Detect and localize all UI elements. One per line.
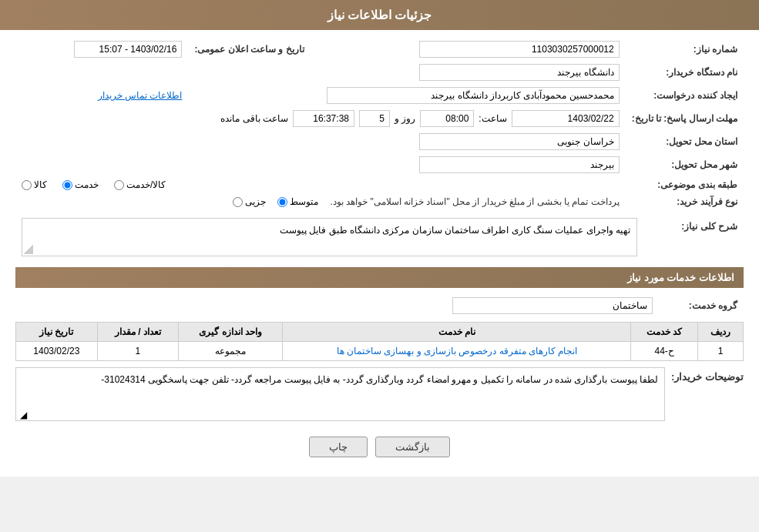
creator-value: محمدحسین محمودآبادی کاربرداز دانشگاه بیر… <box>188 84 625 107</box>
process-jozi-radio[interactable] <box>233 197 243 207</box>
category-kala-label: کالا <box>34 179 47 190</box>
creator-input: محمدحسین محمودآبادی کاربرداز دانشگاه بیر… <box>327 87 620 104</box>
process-motavaset-label: متوسط <box>290 196 318 207</box>
services-table-header: ردیف کد خدمت نام خدمت واحد اندازه گیری ت… <box>16 323 744 342</box>
category-kala-khedmat-radio[interactable] <box>114 180 124 190</box>
process-jozi-label: جزیی <box>245 196 266 207</box>
process-type-label: نوع فرآیند خرید: <box>626 193 744 210</box>
response-remaining-input: 16:37:38 <box>293 110 354 127</box>
process-motavaset-radio[interactable] <box>277 197 287 207</box>
resize-handle-icon: ◢ <box>18 410 27 419</box>
contact-link[interactable]: اطلاعات تماس خریدار <box>98 90 183 101</box>
province-label: استان محل تحویل: <box>626 130 744 153</box>
buyer-org-label: نام دستگاه خریدار: <box>626 61 744 84</box>
description-table: شرح کلی نیاز: تهیه واجرای عملیات سنگ کار… <box>15 215 744 259</box>
col-unit: واحد اندازه گیری <box>179 323 283 342</box>
row-request-number: شماره نیاز: 1103030257000012 تاریخ و ساع… <box>15 38 744 61</box>
process-note: پرداخت تمام یا بخشی از مبلغ خریدار از مح… <box>330 196 619 207</box>
page-title: جزئیات اطلاعات نیاز <box>327 8 432 22</box>
row-service-group: گروه خدمت: ساختمان <box>15 294 744 317</box>
response-deadline-label: مهلت ارسال پاسخ: تا تاریخ: <box>626 107 744 130</box>
cell-row-num: 1 <box>698 342 744 361</box>
cell-quantity: 1 <box>97 342 179 361</box>
content-area: شماره نیاز: 1103030257000012 تاریخ و ساع… <box>0 30 759 477</box>
province-value: خراسان جنوبی <box>15 130 626 153</box>
general-description-text: تهیه واجرای عملیات سنگ کاری اطراف ساختما… <box>280 225 630 236</box>
response-days-label: روز و <box>395 113 415 124</box>
services-section-title: اطلاعات خدمات مورد نیاز <box>15 267 744 288</box>
print-button[interactable]: چاپ <box>309 437 368 457</box>
row-buyer-org: نام دستگاه خریدار: دانشگاه بیرجند <box>15 61 744 84</box>
info-table: شماره نیاز: 1103030257000012 تاریخ و ساع… <box>15 38 744 210</box>
services-header-row: ردیف کد خدمت نام خدمت واحد اندازه گیری ت… <box>16 323 744 342</box>
category-khedmat-label: خدمت <box>75 179 99 190</box>
col-date: تاریخ نیاز <box>16 323 98 342</box>
category-options: کالا/خدمت خدمت کالا <box>15 176 626 193</box>
service-group-table: گروه خدمت: ساختمان <box>15 294 744 317</box>
announcement-date-input: 1403/02/16 - 15:07 <box>74 41 182 58</box>
buyer-comments-box: لطفا پیوست بارگذاری شده در سامانه را تکم… <box>15 367 665 421</box>
row-process-type: نوع فرآیند خرید: پرداخت تمام یا بخشی از … <box>15 193 744 210</box>
city-value: بیرجند <box>15 153 626 176</box>
request-number-input: 1103030257000012 <box>419 41 620 58</box>
process-jozi[interactable]: جزیی <box>233 196 266 207</box>
col-service-name: نام خدمت <box>283 323 631 342</box>
row-city: شهر محل تحویل: بیرجند <box>15 153 744 176</box>
services-table-body: 1 ح-44 انجام کارهای متفرقه درخصوص بازساز… <box>16 342 744 361</box>
page-wrapper: جزئیات اطلاعات نیاز شماره نیاز: 11030302… <box>0 0 759 477</box>
service-group-label: گروه خدمت: <box>659 294 744 317</box>
general-description-label: شرح کلی نیاز: <box>643 215 744 259</box>
service-group-input: ساختمان <box>452 297 653 314</box>
back-button[interactable]: بازگشت <box>375 437 450 457</box>
page-header: جزئیات اطلاعات نیاز <box>0 0 759 30</box>
category-kala-khedmat-label: کالا/خدمت <box>126 179 166 190</box>
comments-row: توضیحات خریدار: لطفا پیوست بارگذاری شده … <box>15 367 744 421</box>
col-service-code: کد خدمت <box>631 323 698 342</box>
buyer-comments-label: توضیحات خریدار: <box>671 367 744 383</box>
response-days-input: 5 <box>359 110 390 127</box>
col-row-num: ردیف <box>698 323 744 342</box>
category-kala-radio[interactable] <box>22 180 32 190</box>
buyer-org-input: دانشگاه بیرجند <box>419 64 620 81</box>
response-remaining-label: ساعت باقی مانده <box>220 113 288 124</box>
cell-unit: مجموعه <box>179 342 283 361</box>
services-table: ردیف کد خدمت نام خدمت واحد اندازه گیری ت… <box>15 322 744 361</box>
request-number-label: شماره نیاز: <box>626 38 744 61</box>
service-group-value: ساختمان <box>15 294 659 317</box>
category-khedmat[interactable]: خدمت <box>62 179 99 190</box>
response-date-input: 1403/02/22 <box>512 110 620 127</box>
cell-service-name: انجام کارهای متفرقه درخصوص بازسازی و بهس… <box>283 342 631 361</box>
contact-link-cell: اطلاعات تماس خریدار <box>15 84 188 107</box>
response-time-input: 08:00 <box>420 110 474 127</box>
cell-service-code: ح-44 <box>631 342 698 361</box>
category-kala[interactable]: کالا <box>22 179 47 190</box>
process-motavaset[interactable]: متوسط <box>277 196 318 207</box>
row-creator: ایجاد کننده درخواست: محمدحسین محمودآبادی… <box>15 84 744 107</box>
general-description-value: تهیه واجرای عملیات سنگ کاری اطراف ساختما… <box>15 215 643 259</box>
cell-date: 1403/02/23 <box>16 342 98 361</box>
general-description-box: تهیه واجرای عملیات سنگ کاری اطراف ساختما… <box>22 218 637 256</box>
table-row: 1 ح-44 انجام کارهای متفرقه درخصوص بازساز… <box>16 342 744 361</box>
announcement-date-label: تاریخ و ساعت اعلان عمومی: <box>188 38 319 61</box>
row-general-description: شرح کلی نیاز: تهیه واجرای عملیات سنگ کار… <box>15 215 744 259</box>
buyer-comments-text: لطفا پیوست بارگذاری شده در سامانه را تکم… <box>101 374 658 385</box>
category-khedmat-radio[interactable] <box>62 180 72 190</box>
city-input: بیرجند <box>419 156 620 173</box>
row-response-deadline: مهلت ارسال پاسخ: تا تاریخ: 1403/02/22 سا… <box>15 107 744 130</box>
row-province: استان محل تحویل: خراسان جنوبی <box>15 130 744 153</box>
city-label: شهر محل تحویل: <box>626 153 744 176</box>
response-time-label: ساعت: <box>479 113 506 124</box>
buyer-org-value: دانشگاه بیرجند <box>15 61 626 84</box>
category-kala-khedmat[interactable]: کالا/خدمت <box>114 179 166 190</box>
col-quantity: تعداد / مقدار <box>97 323 179 342</box>
response-deadline-value: 1403/02/22 ساعت: 08:00 روز و 5 16:37:38 … <box>15 107 626 130</box>
process-type-value: پرداخت تمام یا بخشی از مبلغ خریدار از مح… <box>15 193 626 210</box>
row-category: طبقه بندی موضوعی: کالا/خدمت خدمت کالا <box>15 176 744 193</box>
request-number-value: 1103030257000012 <box>320 38 626 61</box>
announcement-date-value: 1403/02/16 - 15:07 <box>15 38 188 61</box>
buttons-row: بازگشت چاپ <box>15 429 744 469</box>
creator-label: ایجاد کننده درخواست: <box>626 84 744 107</box>
province-input: خراسان جنوبی <box>419 133 620 150</box>
category-label: طبقه بندی موضوعی: <box>626 176 744 193</box>
